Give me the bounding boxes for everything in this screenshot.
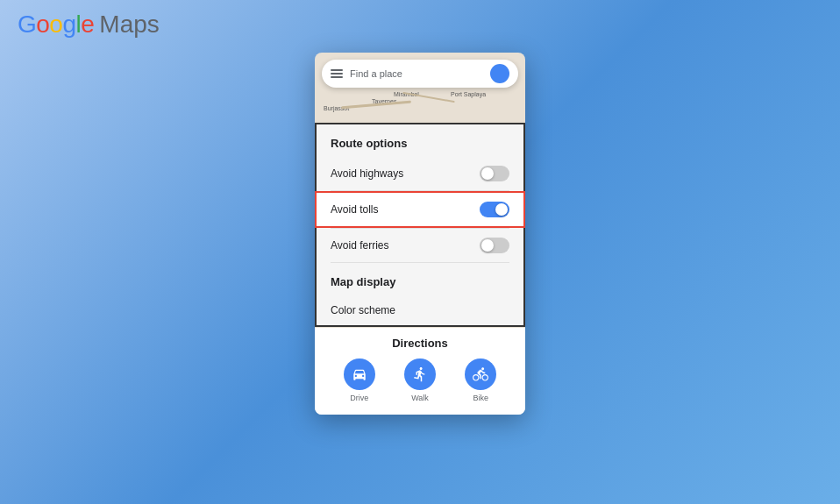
avoid-tolls-toggle[interactable] — [480, 202, 509, 217]
bike-label: Bike — [473, 394, 489, 402]
avoid-tolls-row: Avoid tolls — [315, 191, 525, 228]
search-bar[interactable]: Find a place — [322, 60, 518, 88]
directions-panel: Directions Drive Wal — [315, 328, 525, 415]
avoid-highways-label: Avoid highways — [331, 167, 403, 180]
user-avatar[interactable] — [490, 64, 509, 83]
search-placeholder: Find a place — [350, 68, 490, 79]
direction-buttons: Drive Walk Bike — [329, 358, 511, 402]
drive-icon-circle — [344, 358, 375, 390]
avoid-ferries-row: Avoid ferries — [317, 229, 523, 262]
directions-title: Directions — [329, 337, 511, 350]
drive-label: Drive — [350, 394, 368, 402]
walk-icon — [412, 366, 428, 382]
map-bottom: El Tremolar Massanassa Your location ⊙ G… — [315, 327, 525, 415]
walk-icon-circle — [404, 358, 436, 390]
bike-icon — [473, 366, 488, 382]
toggle-knob-tolls — [495, 203, 508, 216]
toggle-knob — [481, 167, 494, 180]
avoid-ferries-label: Avoid ferries — [331, 239, 388, 252]
avoid-highways-toggle[interactable] — [480, 166, 509, 181]
map-top: Find a place Mirambel Tavernes Burjassot… — [315, 53, 525, 123]
color-scheme-row[interactable]: Color scheme — [317, 295, 523, 325]
hamburger-menu-icon[interactable] — [331, 69, 343, 78]
google-wordmark: Google — [18, 11, 94, 39]
walk-label: Walk — [411, 394, 429, 402]
toggle-knob-ferries — [481, 239, 494, 252]
route-options-title: Route options — [317, 124, 523, 157]
google-maps-logo: Google Maps — [18, 11, 160, 39]
map-label-port-saplaya: Port Saplaya — [451, 91, 486, 97]
color-scheme-label: Color scheme — [331, 304, 395, 316]
maps-wordmark: Maps — [99, 11, 159, 39]
drive-button[interactable]: Drive — [344, 358, 375, 402]
avoid-tolls-label: Avoid tolls — [331, 203, 378, 216]
avoid-ferries-toggle[interactable] — [480, 238, 509, 253]
car-icon — [352, 366, 367, 382]
bike-button[interactable]: Bike — [465, 358, 496, 402]
phone-container: Find a place Mirambel Tavernes Burjassot… — [315, 53, 525, 415]
route-options-panel: Route options Avoid highways Avoid tolls… — [315, 123, 525, 327]
bike-icon-circle — [465, 358, 496, 390]
avoid-highways-row: Avoid highways — [317, 157, 523, 190]
map-display-title: Map display — [317, 263, 523, 295]
walk-button[interactable]: Walk — [404, 358, 436, 402]
